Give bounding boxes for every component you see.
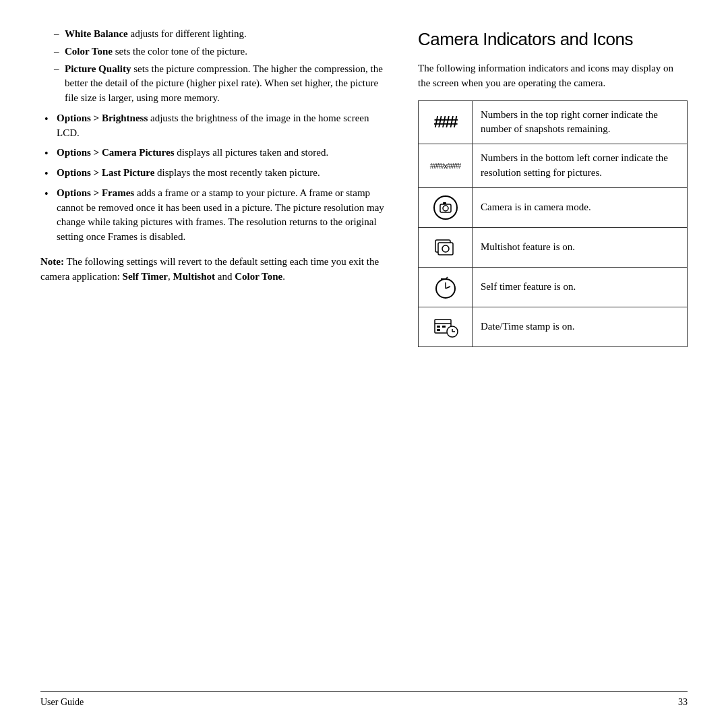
description-camera-mode: Camera is in camera mode. bbox=[473, 187, 688, 227]
hash-icon: ### bbox=[433, 113, 456, 131]
content-area: White Balance adjusts for different ligh… bbox=[40, 27, 688, 684]
camera-icon bbox=[433, 195, 458, 220]
section-intro: The following information indicators and… bbox=[418, 61, 688, 91]
footer-left: User Guide bbox=[40, 697, 84, 708]
table-row-self-timer: Self timer feature is on. bbox=[419, 267, 688, 307]
svg-rect-14 bbox=[437, 326, 440, 328]
sub-item-label: Picture Quality sets the picture compres… bbox=[65, 63, 383, 104]
svg-rect-5 bbox=[438, 243, 453, 255]
right-column: Camera Indicators and Icons The followin… bbox=[418, 27, 688, 684]
bullet-camera-pictures: Options > Camera Pictures displays all p… bbox=[40, 146, 391, 160]
bullet-brightness: Options > Brightness adjusts the brightn… bbox=[40, 111, 391, 141]
hash-small-icon: ####x#### bbox=[430, 162, 460, 170]
sub-item-label: White Balance adjusts for different ligh… bbox=[65, 28, 247, 39]
table-row-multishot: Multishot feature is on. bbox=[419, 227, 688, 267]
section-title: Camera Indicators and Icons bbox=[418, 27, 688, 53]
svg-point-0 bbox=[434, 196, 457, 219]
sub-item-picture-quality: Picture Quality sets the picture compres… bbox=[54, 62, 391, 106]
sub-list: White Balance adjusts for different ligh… bbox=[54, 27, 391, 106]
description-self-timer: Self timer feature is on. bbox=[473, 267, 688, 307]
icon-cell-hash: ### bbox=[419, 100, 473, 144]
note-multishot: Multishot bbox=[173, 271, 215, 282]
footer: User Guide 33 bbox=[40, 691, 688, 708]
page: White Balance adjusts for different ligh… bbox=[0, 0, 728, 728]
note-label: Note: bbox=[40, 256, 64, 267]
icon-cell-datetime bbox=[419, 307, 473, 346]
table-row-hash-small: ####x#### Numbers in the bottom left cor… bbox=[419, 144, 688, 188]
svg-line-9 bbox=[446, 286, 450, 289]
sub-item-color-tone: Color Tone sets the color tone of the pi… bbox=[54, 44, 391, 59]
self-timer-icon bbox=[433, 274, 458, 300]
sub-item-white-balance: White Balance adjusts for different ligh… bbox=[54, 27, 391, 42]
indicators-table: ### Numbers in the top right corner indi… bbox=[418, 100, 688, 347]
sub-item-label: Color Tone sets the color tone of the pi… bbox=[65, 46, 247, 57]
svg-point-2 bbox=[443, 206, 448, 211]
note-color-tone: Color Tone bbox=[235, 271, 282, 282]
footer-right: 33 bbox=[678, 697, 688, 708]
bullet-frames: Options > Frames adds a frame or a stamp… bbox=[40, 186, 391, 245]
icon-cell-self-timer bbox=[419, 267, 473, 307]
icon-cell-camera bbox=[419, 187, 473, 227]
icon-cell-multishot bbox=[419, 227, 473, 267]
left-column: White Balance adjusts for different ligh… bbox=[40, 27, 391, 684]
svg-rect-15 bbox=[442, 326, 446, 328]
multishot-icon bbox=[433, 235, 458, 260]
note-self-timer: Self Timer bbox=[123, 271, 168, 282]
description-snapshots: Numbers in the top right corner indicate… bbox=[473, 100, 688, 144]
description-datetime: Date/Time stamp is on. bbox=[473, 307, 688, 346]
icon-cell-hash-small: ####x#### bbox=[419, 144, 473, 188]
description-resolution: Numbers in the bottom left corner indica… bbox=[473, 144, 688, 188]
svg-rect-16 bbox=[437, 329, 440, 331]
table-row-hash: ### Numbers in the top right corner indi… bbox=[419, 100, 688, 144]
table-row-datetime: Date/Time stamp is on. bbox=[419, 307, 688, 346]
description-multishot: Multishot feature is on. bbox=[473, 227, 688, 267]
datetime-icon bbox=[433, 314, 458, 340]
bullet-last-picture: Options > Last Picture displays the most… bbox=[40, 166, 391, 181]
svg-rect-3 bbox=[443, 202, 446, 204]
bullet-list: Options > Brightness adjusts the brightn… bbox=[40, 111, 391, 245]
table-row-camera: Camera is in camera mode. bbox=[419, 187, 688, 227]
note-paragraph: Note: The following settings will revert… bbox=[40, 254, 391, 284]
